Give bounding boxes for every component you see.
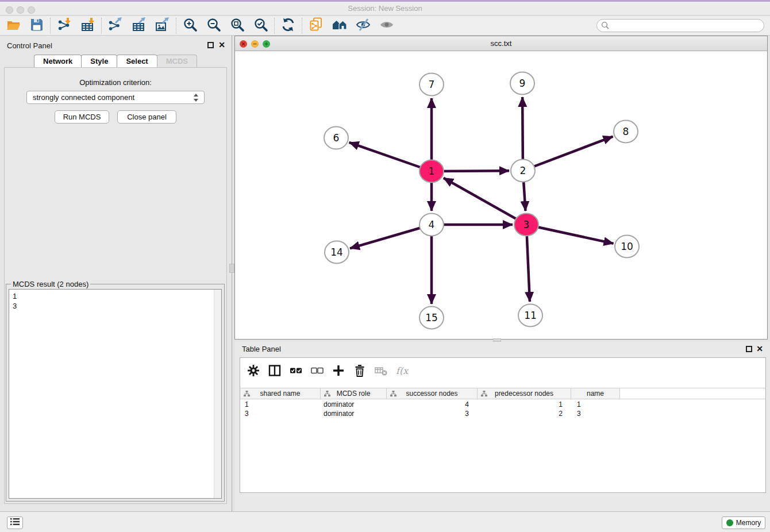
zoom-in-button[interactable] xyxy=(178,17,202,35)
table-cell[interactable]: dominator xyxy=(321,409,387,418)
tab-network[interactable]: Network xyxy=(34,55,82,68)
toolbar-separator xyxy=(50,18,51,34)
select-all-checks-icon xyxy=(290,364,302,379)
save-session-button[interactable] xyxy=(25,17,48,35)
memory-button-label: Memory xyxy=(736,519,761,527)
graph-node-1[interactable]: 1 xyxy=(419,160,444,183)
mcds-result-textarea[interactable]: 1 3 xyxy=(9,289,222,499)
import-table-button[interactable] xyxy=(76,17,99,35)
table-row[interactable]: 1dominator411 xyxy=(240,400,765,409)
export-image-button[interactable] xyxy=(151,17,174,35)
zoom-fit-button[interactable] xyxy=(225,17,249,35)
search-input[interactable] xyxy=(596,19,764,32)
graph-node-label: 10 xyxy=(621,241,633,252)
graph-node-11[interactable]: 11 xyxy=(518,304,542,327)
task-list-icon xyxy=(10,518,20,528)
table-row[interactable]: 3dominator323 xyxy=(240,409,765,418)
export-table-icon xyxy=(132,17,147,34)
result-scrollbar[interactable] xyxy=(214,290,221,498)
table-panel-close-button[interactable]: ✕ xyxy=(756,344,763,353)
graph-node-2[interactable]: 2 xyxy=(511,160,535,182)
table-cell[interactable]: dominator xyxy=(321,400,387,409)
show-all-button[interactable] xyxy=(375,17,398,35)
graph-edge-1-6[interactable] xyxy=(349,142,432,171)
table-cell[interactable]: 3 xyxy=(571,409,620,418)
mcds-result-values: 1 3 xyxy=(13,291,17,311)
table-cell[interactable]: 3 xyxy=(240,409,321,418)
zoom-out-button[interactable] xyxy=(202,17,225,35)
memory-status-icon xyxy=(726,519,733,526)
open-session-icon xyxy=(6,17,21,34)
table-cell[interactable]: 1 xyxy=(478,400,571,409)
graph-node-10[interactable]: 10 xyxy=(615,236,639,258)
delete-row-button[interactable] xyxy=(353,364,366,379)
graph-node-9[interactable]: 9 xyxy=(510,72,534,95)
new-network-from-selection-icon xyxy=(309,17,324,34)
graph-node-label: 6 xyxy=(333,132,340,144)
control-panel-close-button[interactable]: ✕ xyxy=(218,40,225,49)
zoom-selected-button[interactable] xyxy=(249,17,272,35)
window-title: Session: New Session xyxy=(0,2,770,16)
table-panel-float-button[interactable] xyxy=(746,346,752,352)
column-header-label: name xyxy=(587,390,604,398)
graph-edge-3-1[interactable] xyxy=(444,178,526,225)
graph-node-3[interactable]: 3 xyxy=(514,214,538,236)
tab-mcds[interactable]: MCDS xyxy=(157,55,197,68)
table-cell[interactable]: 1 xyxy=(571,400,620,409)
control-panel-tabs: NetworkStyleSelectMCDS xyxy=(0,55,232,68)
control-panel-float-button[interactable] xyxy=(207,42,214,48)
table-cell[interactable]: 1 xyxy=(240,400,321,409)
graph-node-label: 14 xyxy=(330,246,343,258)
close-panel-button[interactable]: Close panel xyxy=(117,110,176,124)
tab-select[interactable]: Select xyxy=(117,55,157,68)
table-cell[interactable]: 4 xyxy=(387,400,478,409)
column-header-predecessor-nodes[interactable]: predecessor nodes xyxy=(478,388,571,399)
export-image-icon xyxy=(155,17,170,34)
clear-checks-icon xyxy=(311,364,324,379)
table-cell[interactable]: 3 xyxy=(387,409,478,418)
open-session-button[interactable] xyxy=(1,17,25,35)
import-network-button[interactable] xyxy=(52,17,76,35)
search-field-wrap xyxy=(596,19,764,32)
hide-selected-button[interactable] xyxy=(351,17,375,35)
graph-node-label: 9 xyxy=(519,78,526,89)
refresh-button[interactable] xyxy=(276,17,300,35)
memory-button[interactable]: Memory xyxy=(722,516,765,529)
task-history-button[interactable] xyxy=(7,516,23,529)
graph-node-4[interactable]: 4 xyxy=(419,214,444,236)
node-table-body: f(x) shared nameMCDS rolesuccessor nodes… xyxy=(240,357,766,493)
export-table-button[interactable] xyxy=(127,17,151,35)
network-graph-canvas[interactable]: 7968124314101511 xyxy=(235,51,767,339)
export-network-button[interactable] xyxy=(103,17,127,35)
columns-button[interactable] xyxy=(268,364,281,379)
gear-button[interactable] xyxy=(247,364,260,379)
column-header-MCDS-role[interactable]: MCDS role xyxy=(321,388,387,399)
select-all-checks-button[interactable] xyxy=(290,364,302,379)
graph-node-15[interactable]: 15 xyxy=(419,307,444,329)
graph-edge-3-10[interactable] xyxy=(526,225,614,244)
zoom-fit-icon xyxy=(230,17,245,34)
table-panel-title: Table Panel xyxy=(242,345,281,353)
new-network-from-selection-button[interactable] xyxy=(304,17,328,35)
graph-node-14[interactable]: 14 xyxy=(325,241,349,264)
toolbar-separator xyxy=(302,18,302,34)
graph-node-7[interactable]: 7 xyxy=(419,74,444,96)
vertical-splitter-handle[interactable] xyxy=(229,264,234,273)
column-header-shared-name[interactable]: shared name xyxy=(240,388,321,399)
graph-node-8[interactable]: 8 xyxy=(614,121,638,143)
run-mcds-button[interactable]: Run MCDS xyxy=(55,110,109,124)
first-neighbors-button[interactable] xyxy=(328,17,351,35)
graph-edge-2-8[interactable] xyxy=(523,137,613,171)
column-header-successor-nodes[interactable]: successor nodes xyxy=(387,388,478,399)
graph-edge-4-14[interactable] xyxy=(350,225,432,248)
criterion-select[interactable]: strongly connected component xyxy=(26,91,205,104)
column-header-name[interactable]: name xyxy=(571,388,620,399)
function-builder-icon: f(x) xyxy=(396,364,409,379)
tab-style[interactable]: Style xyxy=(81,55,117,68)
add-row-button[interactable] xyxy=(332,364,345,379)
clear-checks-button[interactable] xyxy=(311,364,324,379)
column-header-label: MCDS role xyxy=(337,390,371,398)
table-cell[interactable]: 2 xyxy=(478,409,571,418)
graph-node-6[interactable]: 6 xyxy=(324,127,348,149)
application-window: Session: New Session Control Panel ✕ Net… xyxy=(0,0,770,532)
